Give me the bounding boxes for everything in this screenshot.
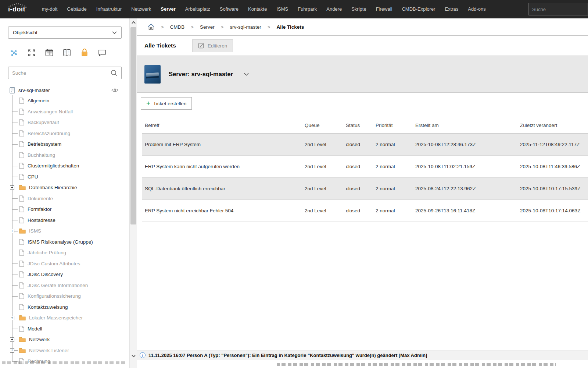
tree-item-backupverlauf[interactable]: Backupverlauf [0,117,129,128]
nav-item-my-doit[interactable]: my-doit [37,0,62,18]
nav-item-isms[interactable]: ISMS [272,0,293,18]
sidebar-search-input[interactable] [12,70,111,76]
tree-item-label: Konfigurationssicherung [28,293,81,299]
folder-icon [19,228,26,234]
breadcrumb-item-alle-tickets[interactable]: Alle Tickets [276,24,304,30]
object-view-select[interactable]: Objektsicht [8,26,122,39]
status-bar: i 11.11.2025 16:07 Person A (Typ: "Perso… [137,350,588,360]
tree-item-allgemein[interactable]: Allgemein [0,95,129,106]
breadcrumb-item-cmdb[interactable]: CMDB [170,24,185,30]
tree-item-hostadresse[interactable]: Hostadresse [0,215,129,226]
global-search-input[interactable] [528,3,588,15]
tree-item-label: Netzwerk [29,337,50,342]
tree-root-srv-sql-master[interactable]: srv-sql-master [0,85,129,95]
tree-item-konfigurationssicherung[interactable]: Konfigurationssicherung [0,291,129,302]
tree-item-label: Betriebssystem [28,141,61,147]
plus-icon: + [146,100,150,107]
ticket-row[interactable]: ERP System kann nicht aufgerufen werden2… [142,156,588,178]
breadcrumb-separator-icon: > [191,24,194,30]
nav-item-andere[interactable]: Andere [322,0,347,18]
tree-item-jdisc-discovery[interactable]: JDisc Discovery [0,269,129,280]
nav-item-fuhrpark[interactable]: Fuhrpark [293,0,322,18]
tree-item-dokumente[interactable]: Dokumente [0,193,129,204]
document-icon [19,250,24,256]
tree-item-buchhaltung[interactable]: Buchhaltung [0,150,129,161]
column-header-queue[interactable]: Queue [302,117,343,133]
breadcrumb: >CMDB>Server>srv-sql-master>Alle Tickets [137,18,588,36]
nav-item-cmdb-explorer[interactable]: CMDB-Explorer [397,0,440,18]
tree-item-netzwerk[interactable]: +Netzwerk [0,334,129,345]
tree-item-clustermitgliedschaften[interactable]: Clustermitgliedschaften [0,160,129,171]
calendar-icon[interactable] [45,49,53,57]
tree-expander-icon[interactable]: + [10,316,14,320]
lock-icon[interactable] [80,49,89,57]
create-ticket-button[interactable]: + Ticket erstellen [141,97,192,110]
nav-item-server[interactable]: Server [156,0,180,18]
nav-item-infrastruktur[interactable]: Infrastruktur [92,0,126,18]
ticket-row[interactable]: ERP System nicht erreichbar Fehler 5042n… [142,200,588,222]
chevron-down-icon [112,31,117,34]
nav-item-software[interactable]: Software [215,0,243,18]
column-header-status[interactable]: Status [343,117,373,133]
tree-item-jdisc-ger-te-informationen[interactable]: JDisc Geräte Informationen [0,280,129,291]
tree-item-cpu[interactable]: CPU [0,171,129,183]
tree-item-bereichszuordnung[interactable]: Bereichszuordnung [0,128,129,139]
search-icon[interactable] [111,70,118,77]
home-icon[interactable] [147,23,155,31]
ticket-row[interactable]: SQL-Datenbank öffentlich erreichbar2nd L… [142,178,588,200]
tree-item-kontaktzuweisung[interactable]: Kontaktzuweisung [0,302,129,313]
scroll-down-button[interactable] [130,352,137,360]
object-graph-icon[interactable] [10,49,18,57]
nav-item-add-ons[interactable]: Add-ons [463,0,490,18]
breadcrumb-item-server[interactable]: Server [200,24,215,30]
nav-item-firewall[interactable]: Firewall [371,0,397,18]
tree-expander-icon[interactable]: + [10,229,14,233]
document-icon [19,304,24,310]
tree-item-jdisc-custom-attributes[interactable]: JDisc Custom Attributes [0,258,129,269]
object-menu-chevron-icon[interactable] [244,73,249,76]
nav-item-extras[interactable]: Extras [440,0,463,18]
tree-item-label: Jährliche Prüfung [28,250,66,255]
scrollbar-thumb[interactable] [130,27,136,224]
book-icon[interactable] [63,49,71,57]
breadcrumb-separator-icon: > [221,24,224,30]
comment-icon[interactable] [98,49,106,57]
tree-expander-icon[interactable]: + [10,337,14,342]
tree-item-isms-risikoanalyse-gruppe[interactable]: ISMS Risikoanalyse (Gruppe) [0,237,129,248]
breadcrumb-item-srv-sql-master[interactable]: srv-sql-master [230,24,261,30]
ticket-cell-erstellt-am: 2025-09-26T13:16:11.418Z [412,200,517,222]
edit-pencil-icon [198,43,204,49]
tree-item-betriebssystem[interactable]: Betriebssystem [0,139,129,150]
tree-expander-icon[interactable]: + [10,185,14,190]
column-header-zuletzt-ver-ndert[interactable]: Zuletzt verändert [517,117,588,133]
tree-item-modell[interactable]: Modell [0,323,129,335]
scroll-up-button[interactable] [130,18,137,26]
tree-item-formfaktor[interactable]: Formfaktor [0,204,129,215]
sidebar-scrollbar[interactable] [129,18,137,368]
ticket-row[interactable]: Problem mit ERP System2nd Levelclosed2 n… [142,134,588,156]
nav-item-kontakte[interactable]: Kontakte [243,0,272,18]
nav-item-arbeitsplatz[interactable]: Arbeitsplatz [180,0,215,18]
column-header-erstellt-am[interactable]: Erstellt am [412,117,517,133]
expand-icon[interactable] [28,49,36,57]
ticket-cell-zuletzt-veraendert: 2025-10-08T10:17:15.539Z [517,178,588,199]
idoit-logo[interactable]: i-doit° [8,6,27,13]
eye-icon[interactable] [111,88,118,92]
nav-item-geb-ude[interactable]: Gebäude [62,0,92,18]
column-header-betreff[interactable]: Betreff [142,117,302,133]
column-header-priorit-t[interactable]: Priorität [373,117,412,133]
tree-item-lokaler-massenspeicher[interactable]: +Lokaler Massenspeicher [0,312,129,323]
nav-item-skripte[interactable]: Skripte [347,0,371,18]
document-icon [19,152,24,158]
tree-item-anweisungen-notfall[interactable]: Anweisungen Notfall [0,106,129,117]
tree-expander-icon[interactable]: + [10,348,14,353]
tree-item-isms[interactable]: +ISMS [0,226,129,237]
tree-item-datenbank-hierarchie[interactable]: +Datenbank Hierarchie [0,182,129,193]
tree-item-label: JDisc Custom Attributes [28,261,80,266]
edit-button[interactable]: Editieren [192,39,233,52]
tree-item-netzwerk-listener[interactable]: +Netzwerk-Listener [0,345,129,356]
breadcrumb-separator-icon: > [268,24,270,30]
nav-item-netzwerk[interactable]: Netzwerk [126,0,156,18]
tree-item-j-hrliche-pr-fung[interactable]: Jährliche Prüfung [0,247,129,258]
tree-item-label: Anweisungen Notfall [28,109,73,114]
